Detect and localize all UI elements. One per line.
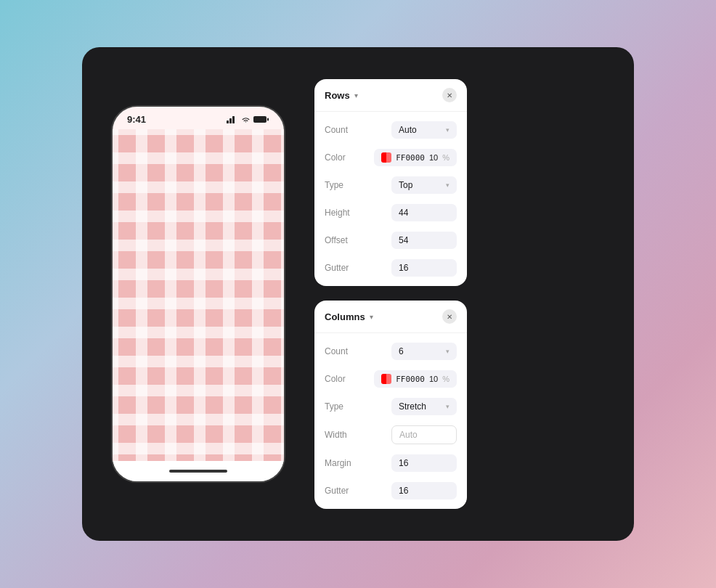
rows-offset-input[interactable]: 54 <box>391 232 457 249</box>
columns-color-swatch <box>381 374 391 384</box>
rows-color-row: Color FF0000 10 % <box>314 144 467 171</box>
columns-type-dropdown[interactable]: Stretch ▾ <box>391 398 457 415</box>
rows-panel-header: Rows ▾ ✕ <box>314 79 467 112</box>
columns-close-icon: ✕ <box>447 313 452 321</box>
status-icons <box>227 115 269 123</box>
columns-panel-body: Count 6 ▾ Color FF0000 <box>314 333 467 509</box>
rows-close-icon: ✕ <box>447 91 452 99</box>
columns-color-opacity: 10 <box>429 375 438 383</box>
rows-color-input[interactable]: FF0000 10 % <box>374 149 457 166</box>
columns-panel-header: Columns ▾ ✕ <box>314 301 467 333</box>
rows-color-percent: % <box>442 153 449 162</box>
columns-color-row: Color FF0000 10 % <box>314 365 467 393</box>
rows-height-value[interactable]: 44 <box>357 204 457 221</box>
rows-type-value[interactable]: Top ▾ <box>357 176 457 194</box>
wifi-icon <box>241 116 251 123</box>
svg-rect-10 <box>113 129 284 461</box>
home-indicator <box>113 461 284 481</box>
columns-width-row: Width Auto <box>314 420 467 449</box>
rows-close-button[interactable]: ✕ <box>442 88 457 102</box>
columns-width-input[interactable]: Auto <box>391 425 457 444</box>
svg-rect-3 <box>253 116 267 123</box>
columns-margin-row: Margin 16 <box>314 449 467 477</box>
rows-color-label: Color <box>325 152 357 163</box>
rows-height-label: Height <box>325 208 357 218</box>
rows-type-dropdown[interactable]: Top ▾ <box>391 176 457 194</box>
rows-gutter-label: Gutter <box>325 263 357 273</box>
rows-color-hex: FF0000 <box>396 153 425 163</box>
columns-color-input[interactable]: FF0000 10 % <box>374 370 457 388</box>
plaid-svg <box>113 129 284 461</box>
columns-type-label: Type <box>325 401 357 412</box>
phone-screen <box>113 129 284 461</box>
rows-gutter-value[interactable]: 16 <box>357 259 457 277</box>
columns-width-value[interactable]: Auto <box>357 425 457 444</box>
rows-gutter-input[interactable]: 16 <box>391 259 457 277</box>
rows-panel-title: Rows <box>325 90 350 101</box>
columns-margin-value[interactable]: 16 <box>357 454 457 472</box>
rows-height-input[interactable]: 44 <box>391 204 457 221</box>
columns-panel-title: Columns <box>325 311 365 322</box>
columns-count-row: Count 6 ▾ <box>314 338 467 365</box>
rows-count-row: Count Auto ▾ <box>314 116 467 144</box>
svg-rect-4 <box>267 118 269 121</box>
rows-type-row: Type Top ▾ <box>314 171 467 199</box>
rows-offset-row: Offset 54 <box>314 226 467 254</box>
columns-gutter-label: Gutter <box>325 486 357 496</box>
columns-color-label: Color <box>325 374 357 384</box>
columns-close-button[interactable]: ✕ <box>442 309 457 324</box>
columns-count-value[interactable]: 6 ▾ <box>357 343 457 360</box>
svg-rect-2 <box>232 116 235 123</box>
rows-count-label: Count <box>325 125 357 135</box>
columns-width-label: Width <box>325 430 357 440</box>
battery-icon <box>253 115 269 123</box>
columns-panel: Columns ▾ ✕ Count 6 ▾ <box>314 301 467 509</box>
rows-panel-body: Count Auto ▾ Color FF0000 <box>314 112 467 286</box>
columns-gutter-value[interactable]: 16 <box>357 482 457 499</box>
columns-margin-input[interactable]: 16 <box>391 454 457 472</box>
rows-count-dropdown-value: Auto <box>399 125 417 135</box>
columns-color-percent: % <box>442 375 449 383</box>
columns-type-dropdown-value: Stretch <box>399 401 426 412</box>
columns-type-row: Type Stretch ▾ <box>314 393 467 420</box>
rows-count-dropdown[interactable]: Auto ▾ <box>391 121 457 139</box>
phone-time: 9:41 <box>127 114 146 125</box>
columns-gutter-row: Gutter 16 <box>314 477 467 505</box>
rows-count-chevron-icon: ▾ <box>446 126 449 134</box>
columns-gutter-input[interactable]: 16 <box>391 482 457 499</box>
columns-count-chevron-icon: ▾ <box>446 348 449 355</box>
columns-type-chevron-icon: ▾ <box>446 403 449 410</box>
columns-count-dropdown[interactable]: 6 ▾ <box>391 343 457 360</box>
rows-color-opacity: 10 <box>429 153 438 162</box>
rows-type-label: Type <box>325 180 357 190</box>
rows-panel: Rows ▾ ✕ Count Auto ▾ <box>314 79 467 286</box>
home-bar <box>169 470 227 473</box>
columns-type-value[interactable]: Stretch ▾ <box>357 398 457 415</box>
status-bar: 9:41 <box>113 107 284 129</box>
rows-offset-label: Offset <box>325 235 357 245</box>
main-container: 9:41 <box>82 47 634 541</box>
columns-count-dropdown-value: 6 <box>399 346 404 356</box>
rows-offset-value[interactable]: 54 <box>357 232 457 249</box>
svg-rect-1 <box>229 118 232 123</box>
rows-count-value[interactable]: Auto ▾ <box>357 121 457 139</box>
rows-color-value[interactable]: FF0000 10 % <box>357 149 457 166</box>
columns-color-hex: FF0000 <box>396 375 425 384</box>
rows-gutter-row: Gutter 16 <box>314 254 467 282</box>
rows-title-group[interactable]: Rows ▾ <box>325 90 358 101</box>
columns-color-value[interactable]: FF0000 10 % <box>357 370 457 388</box>
signal-icon <box>227 115 238 123</box>
rows-height-row: Height 44 <box>314 199 467 226</box>
panels-container: Rows ▾ ✕ Count Auto ▾ <box>314 79 605 509</box>
columns-margin-label: Margin <box>325 458 357 468</box>
rows-chevron-icon: ▾ <box>354 91 358 99</box>
rows-type-dropdown-value: Top <box>399 180 412 190</box>
rows-color-swatch <box>381 152 391 163</box>
columns-count-label: Count <box>325 346 357 356</box>
svg-rect-0 <box>227 121 229 123</box>
rows-type-chevron-icon: ▾ <box>446 181 449 189</box>
columns-title-group[interactable]: Columns ▾ <box>325 311 373 322</box>
columns-chevron-icon: ▾ <box>370 313 373 321</box>
phone-mockup: 9:41 <box>111 105 285 483</box>
